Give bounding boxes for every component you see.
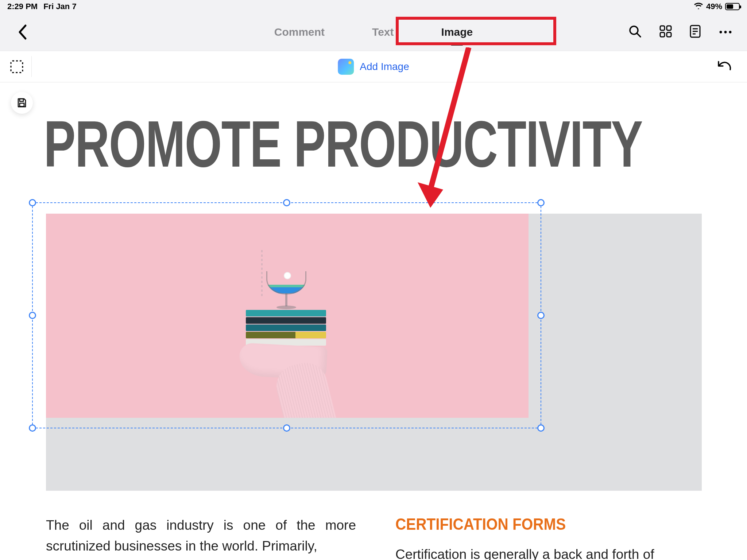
resize-handle-tm[interactable] xyxy=(283,199,290,206)
tab-image[interactable]: Image xyxy=(441,26,473,38)
svg-point-10 xyxy=(720,31,722,33)
sub-toolbar: Add Image xyxy=(0,51,747,82)
battery-icon xyxy=(725,3,740,10)
svg-rect-14 xyxy=(20,99,23,101)
svg-rect-5 xyxy=(667,32,671,37)
more-icon[interactable] xyxy=(719,29,732,35)
resize-handle-mr[interactable] xyxy=(537,312,545,319)
section-heading-right: CERTIFICATION FORMS xyxy=(395,515,566,534)
svg-point-11 xyxy=(724,31,727,33)
image-selection-frame[interactable] xyxy=(32,202,541,428)
resize-handle-bm[interactable] xyxy=(283,424,290,432)
page-icon[interactable] xyxy=(689,24,701,40)
wifi-icon xyxy=(694,2,703,11)
save-button[interactable] xyxy=(11,92,33,114)
undo-button[interactable] xyxy=(717,59,732,74)
back-button[interactable] xyxy=(18,24,28,40)
add-image-button[interactable]: Add Image xyxy=(338,59,409,75)
svg-rect-2 xyxy=(660,26,665,30)
grid-icon[interactable] xyxy=(659,25,672,39)
resize-handle-bl[interactable] xyxy=(29,424,36,432)
battery-percent: 49% xyxy=(706,2,722,11)
svg-rect-3 xyxy=(667,26,671,30)
body-text-right: Certification is generally a back and fo… xyxy=(395,544,702,560)
svg-line-1 xyxy=(637,34,640,37)
add-image-label: Add Image xyxy=(360,61,409,73)
svg-rect-15 xyxy=(20,103,24,106)
status-bar: 2:29 PM Fri Jan 7 49% xyxy=(0,0,747,13)
body-text-left: The oil and gas industry is one of the m… xyxy=(46,515,356,557)
svg-point-0 xyxy=(630,26,638,34)
resize-handle-br[interactable] xyxy=(537,424,545,432)
tab-comment[interactable]: Comment xyxy=(274,26,325,38)
svg-rect-13 xyxy=(11,61,23,73)
resize-handle-tr[interactable] xyxy=(537,199,545,206)
toolbar-divider xyxy=(31,56,32,77)
add-image-icon xyxy=(338,59,354,75)
tab-active-underline xyxy=(451,44,463,46)
search-icon[interactable] xyxy=(628,24,642,40)
svg-point-12 xyxy=(729,31,732,33)
resize-handle-tl[interactable] xyxy=(29,199,36,206)
document-canvas[interactable]: PROMOTE PRODUCTIVITY The oil and gas ind… xyxy=(0,82,747,560)
resize-handle-ml[interactable] xyxy=(29,312,36,319)
status-time: 2:29 PM xyxy=(7,2,38,11)
top-toolbar: Comment Text Image xyxy=(0,13,747,51)
document-title: PROMOTE PRODUCTIVITY xyxy=(44,107,642,182)
tab-image-label: Image xyxy=(441,26,473,38)
marquee-select-button[interactable] xyxy=(9,59,24,74)
status-date: Fri Jan 7 xyxy=(43,2,76,11)
tab-text[interactable]: Text xyxy=(372,26,394,38)
svg-rect-4 xyxy=(660,32,665,37)
